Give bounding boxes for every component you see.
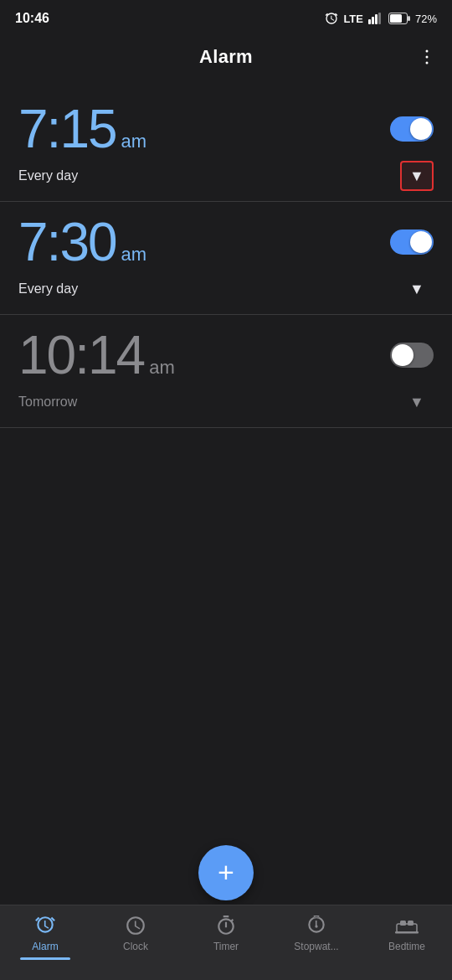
bedtime-nav-label: Bedtime bbox=[388, 941, 425, 952]
alarm-nav-label: Alarm bbox=[32, 941, 58, 952]
alarm-1-toggle[interactable] bbox=[390, 116, 434, 142]
alarm-nav-indicator bbox=[20, 957, 70, 960]
alarm-2-ampm: am bbox=[121, 244, 147, 266]
status-bar: 10:46 LTE 72% bbox=[0, 0, 452, 34]
svg-rect-3 bbox=[378, 13, 381, 24]
alarm-2-toggle[interactable] bbox=[390, 230, 434, 255]
svg-rect-5 bbox=[408, 16, 410, 21]
svg-rect-14 bbox=[395, 931, 419, 934]
alarm-1-label: Every day bbox=[18, 168, 78, 183]
alarm-list: 7:15 am Every day ▼ 7:30 am bbox=[0, 80, 452, 436]
plus-icon: + bbox=[218, 858, 234, 886]
nav-item-bedtime[interactable]: Bedtime bbox=[362, 914, 452, 952]
svg-rect-6 bbox=[390, 14, 402, 23]
alarm-3-toggle-thumb bbox=[392, 344, 413, 366]
svg-rect-13 bbox=[408, 921, 413, 926]
alarm-1-toggle-thumb bbox=[410, 118, 432, 140]
alarm-3-time[interactable]: 10:14 am bbox=[18, 328, 175, 382]
alarm-3-top-row: 10:14 am bbox=[18, 328, 434, 382]
battery-percentage: 72% bbox=[415, 13, 437, 25]
svg-point-7 bbox=[426, 50, 429, 53]
alarm-2-sub-row: Every day ▼ bbox=[18, 274, 434, 304]
svg-rect-1 bbox=[372, 17, 374, 24]
stopwatch-nav-label: Stopwat... bbox=[294, 941, 338, 952]
svg-rect-12 bbox=[400, 921, 406, 926]
alarm-3-label: Tomorrow bbox=[18, 395, 77, 410]
clock-nav-icon bbox=[124, 914, 147, 937]
alarm-3-sub-row: Tomorrow ▼ bbox=[18, 387, 434, 417]
alarm-3-ampm: am bbox=[149, 357, 175, 379]
svg-point-8 bbox=[426, 56, 429, 59]
svg-rect-11 bbox=[397, 924, 417, 932]
alarm-3-expand-button[interactable]: ▼ bbox=[400, 387, 434, 417]
bottom-nav: Alarm Clock Timer Stopwat... bbox=[0, 905, 452, 980]
alarm-2-top-row: 7:30 am bbox=[18, 215, 434, 269]
alarm-1-ampm: am bbox=[121, 131, 147, 152]
alarm-item-1: 7:15 am Every day ▼ bbox=[0, 89, 452, 202]
alarm-1-chevron-icon: ▼ bbox=[409, 168, 424, 185]
status-time: 10:46 bbox=[15, 11, 49, 26]
alarm-status-icon bbox=[325, 12, 338, 25]
status-icons: LTE 72% bbox=[325, 12, 437, 25]
alarm-2-chevron-icon: ▼ bbox=[409, 281, 424, 298]
svg-point-10 bbox=[315, 925, 317, 927]
alarm-1-expand-button[interactable]: ▼ bbox=[400, 161, 434, 191]
alarm-1-digits: 7:15 bbox=[18, 102, 116, 156]
nav-item-alarm[interactable]: Alarm bbox=[0, 914, 90, 960]
stopwatch-nav-icon bbox=[305, 914, 328, 937]
alarm-1-sub-row: Every day ▼ bbox=[18, 161, 434, 191]
svg-rect-0 bbox=[368, 19, 371, 24]
alarm-item-3: 10:14 am Tomorrow ▼ bbox=[0, 315, 452, 428]
alarm-1-time[interactable]: 7:15 am bbox=[18, 102, 146, 156]
timer-nav-icon bbox=[214, 914, 238, 937]
more-options-button[interactable] bbox=[417, 47, 437, 67]
alarm-nav-icon bbox=[33, 914, 57, 937]
alarm-2-label: Every day bbox=[18, 281, 78, 297]
alarm-2-expand-button[interactable]: ▼ bbox=[400, 274, 434, 304]
nav-item-clock[interactable]: Clock bbox=[90, 914, 181, 952]
nav-item-timer[interactable]: Timer bbox=[181, 914, 271, 952]
svg-rect-2 bbox=[375, 14, 378, 24]
alarm-2-time[interactable]: 7:30 am bbox=[18, 215, 146, 269]
fab-button[interactable]: + bbox=[198, 845, 254, 900]
alarm-3-digits: 10:14 bbox=[18, 328, 144, 382]
clock-nav-label: Clock bbox=[123, 941, 148, 952]
svg-point-9 bbox=[426, 62, 429, 64]
lte-indicator: LTE bbox=[343, 13, 363, 25]
add-alarm-fab[interactable]: + bbox=[198, 845, 254, 900]
alarm-1-top-row: 7:15 am bbox=[18, 102, 434, 156]
nav-item-stopwatch[interactable]: Stopwat... bbox=[271, 914, 362, 952]
alarm-3-toggle[interactable] bbox=[390, 343, 434, 368]
bedtime-nav-icon bbox=[395, 914, 419, 937]
battery-icon bbox=[388, 13, 410, 24]
alarm-2-toggle-thumb bbox=[410, 231, 432, 253]
alarm-item-2: 7:30 am Every day ▼ bbox=[0, 202, 452, 315]
header: Alarm bbox=[0, 34, 452, 80]
alarm-3-chevron-icon: ▼ bbox=[409, 394, 424, 411]
timer-nav-label: Timer bbox=[213, 941, 239, 952]
alarm-2-digits: 7:30 bbox=[18, 215, 116, 269]
signal-icon bbox=[368, 13, 383, 24]
page-title: Alarm bbox=[199, 46, 253, 68]
